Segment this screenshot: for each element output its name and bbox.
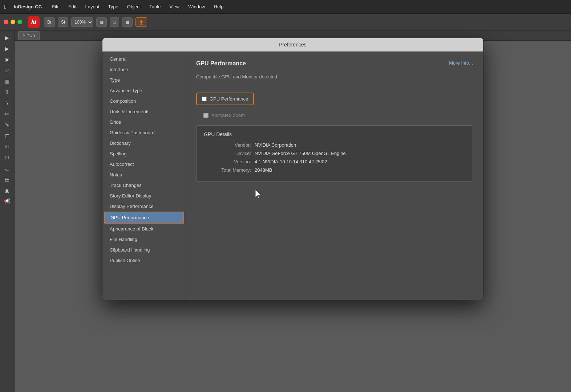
gpu-memory-label: Total Memory: bbox=[204, 167, 251, 173]
menubar:  InDesign CC File Edit Layout Type Obje… bbox=[0, 0, 571, 14]
pref-item-advanced-type[interactable]: Advanced Type bbox=[104, 85, 184, 96]
pref-item-spelling[interactable]: Spelling bbox=[104, 148, 184, 159]
pref-item-composition[interactable]: Composition bbox=[104, 96, 184, 106]
animated-zoom-label: Animated Zoom bbox=[211, 113, 245, 118]
pref-item-notes[interactable]: Notes bbox=[104, 170, 184, 180]
bridge-button[interactable]: Br bbox=[44, 17, 55, 27]
gpu-detail-memory: Total Memory: 2048MB bbox=[204, 167, 465, 173]
gpu-performance-checkbox-wrapper: GPU Performance bbox=[196, 93, 254, 105]
menu-type[interactable]: Type bbox=[107, 3, 120, 10]
svg-marker-1 bbox=[255, 190, 260, 199]
pref-item-clipboard-handling[interactable]: Clipboard Handling bbox=[104, 245, 184, 255]
gpu-performance-label[interactable]: GPU Performance bbox=[210, 96, 248, 102]
pref-item-guides-pasteboard[interactable]: Guides & Pasteboard bbox=[104, 127, 184, 138]
stock-button[interactable]: St bbox=[58, 17, 68, 27]
apple-menu[interactable]:  bbox=[4, 4, 7, 10]
menu-object[interactable]: Object bbox=[126, 3, 142, 10]
arrange-button[interactable]: ▦ bbox=[122, 17, 133, 27]
gpu-vendor-value: NVIDIA Corporation bbox=[255, 142, 296, 148]
gpu-detail-device: Device: NVIDIA GeForce GT 750M OpenGL En… bbox=[204, 151, 465, 156]
preferences-dialog: Preferences General Interface Type Advan… bbox=[102, 38, 483, 300]
preferences-content: More Info... GPU Performance Compatible … bbox=[186, 52, 483, 300]
menu-file[interactable]: File bbox=[50, 3, 61, 10]
gpu-details-title: GPU Details bbox=[204, 131, 465, 137]
menu-window[interactable]: Window bbox=[187, 3, 206, 10]
dialog-titlebar: Preferences bbox=[102, 38, 483, 52]
gpu-detail-vendor: Vendor: NVIDIA Corporation bbox=[204, 142, 465, 148]
pref-item-publish-online[interactable]: Publish Online bbox=[104, 255, 184, 266]
more-info-link[interactable]: More Info... bbox=[449, 60, 473, 66]
tool-type[interactable]: T bbox=[2, 87, 12, 97]
pref-item-grids[interactable]: Grids bbox=[104, 117, 184, 127]
preferences-sidebar: General Interface Type Advanced Type Com… bbox=[102, 52, 186, 300]
gpu-vendor-label: Vendor: bbox=[204, 142, 251, 148]
tool-scissors[interactable]: ✄ bbox=[2, 142, 12, 152]
gpu-version-label: Version: bbox=[204, 159, 251, 164]
app-name[interactable]: InDesign CC bbox=[14, 4, 42, 9]
gpu-details-box: GPU Details Vendor: NVIDIA Corporation D… bbox=[196, 125, 473, 182]
tool-pencil[interactable]: ✎ bbox=[2, 120, 12, 130]
tool-line[interactable]: ∖ bbox=[2, 98, 12, 108]
dialog-title: Preferences bbox=[279, 42, 306, 48]
pref-item-interface[interactable]: Interface bbox=[104, 64, 184, 75]
minimize-window-button[interactable] bbox=[11, 20, 15, 24]
tool-transform[interactable]: □ bbox=[2, 152, 12, 163]
pref-item-type[interactable]: Type bbox=[104, 75, 184, 85]
tool-page[interactable]: ▣ bbox=[2, 54, 12, 65]
frame-button[interactable]: □ bbox=[110, 17, 119, 27]
pref-item-general[interactable]: General bbox=[104, 54, 184, 64]
tool-frame-rect[interactable]: ▢ bbox=[2, 131, 12, 141]
gpu-device-label: Device: bbox=[204, 151, 251, 156]
tool-direct-select[interactable]: ▶ bbox=[2, 44, 12, 54]
workspace: × *Un Preferences General Interface Type bbox=[15, 30, 571, 392]
view-mode-button[interactable]: ▦ bbox=[96, 17, 107, 27]
tool-image[interactable]: ▤ bbox=[2, 174, 12, 184]
pref-item-autocorrect[interactable]: Autocorrect bbox=[104, 159, 184, 170]
gpu-detail-version: Version: 4.1 NVIDIA-10.10.14 310.42.25f0… bbox=[204, 159, 465, 164]
pref-item-track-changes[interactable]: Track Changes bbox=[104, 180, 184, 191]
pref-item-dictionary[interactable]: Dictionary bbox=[104, 138, 184, 148]
gpu-performance-checkbox[interactable] bbox=[202, 97, 207, 101]
tool-eyedropper[interactable]: 📢 bbox=[2, 196, 12, 206]
gpu-device-value: NVIDIA GeForce GT 750M OpenGL Engine bbox=[255, 151, 346, 156]
tool-note[interactable]: ▣ bbox=[2, 185, 12, 195]
tools-panel: ▶ ▶ ▣ ⇌ ▧ T ∖ ✏ ✎ ▢ ✄ □ ◡ ▤ ▣ 📢 bbox=[0, 30, 15, 392]
content-area: ▶ ▶ ▣ ⇌ ▧ T ∖ ✏ ✎ ▢ ✄ □ ◡ ▤ ▣ 📢 × *Un bbox=[0, 30, 571, 392]
maximize-window-button[interactable] bbox=[17, 20, 22, 24]
tool-zoom-ruler[interactable]: ▧ bbox=[2, 76, 12, 86]
toolbar: Id Br St 100% 50% 75% 150% 200% ▦ □ ▦ bbox=[0, 14, 571, 30]
close-window-button[interactable] bbox=[4, 20, 8, 24]
traffic-lights bbox=[4, 20, 22, 24]
cursor-icon bbox=[254, 189, 262, 199]
tool-pen[interactable]: ✏ bbox=[2, 109, 12, 119]
animated-zoom-checkbox bbox=[203, 113, 208, 118]
pref-item-appearance-of-black[interactable]: Appearance of Black bbox=[104, 224, 184, 234]
menu-view[interactable]: View bbox=[168, 3, 181, 10]
pref-item-file-handling[interactable]: File Handling bbox=[104, 234, 184, 245]
gpu-version-value: 4.1 NVIDIA-10.10.14 310.42.25f02 bbox=[255, 159, 327, 164]
tool-select[interactable]: ▶ bbox=[2, 33, 12, 43]
tool-content[interactable]: ⇌ bbox=[2, 65, 12, 75]
info-text: Compatible GPU and Monitor detected. bbox=[196, 74, 473, 79]
svg-rect-0 bbox=[139, 24, 143, 25]
preferences-dialog-overlay: Preferences General Interface Type Advan… bbox=[15, 30, 571, 392]
menu-table[interactable]: Table bbox=[148, 3, 162, 10]
pref-item-story-editor-display[interactable]: Story Editor Display bbox=[104, 191, 184, 201]
pref-item-display-performance[interactable]: Display Performance bbox=[104, 201, 184, 212]
pref-item-gpu-performance[interactable]: GPU Performance bbox=[104, 212, 184, 224]
publish-button[interactable] bbox=[135, 17, 147, 27]
zoom-select[interactable]: 100% 50% 75% 150% 200% bbox=[71, 17, 93, 27]
dialog-body: General Interface Type Advanced Type Com… bbox=[102, 52, 483, 300]
publish-icon bbox=[139, 20, 144, 25]
section-title: GPU Performance bbox=[196, 60, 473, 67]
tool-free-transform[interactable]: ◡ bbox=[2, 163, 12, 173]
menu-layout[interactable]: Layout bbox=[84, 3, 101, 10]
gpu-memory-value: 2048MB bbox=[255, 167, 272, 173]
animated-zoom-item: Animated Zoom bbox=[203, 113, 473, 118]
menu-help[interactable]: Help bbox=[212, 3, 225, 10]
menu-edit[interactable]: Edit bbox=[67, 3, 78, 10]
pref-item-units-increments[interactable]: Units & Increments bbox=[104, 106, 184, 117]
indesign-logo: Id bbox=[28, 16, 40, 28]
